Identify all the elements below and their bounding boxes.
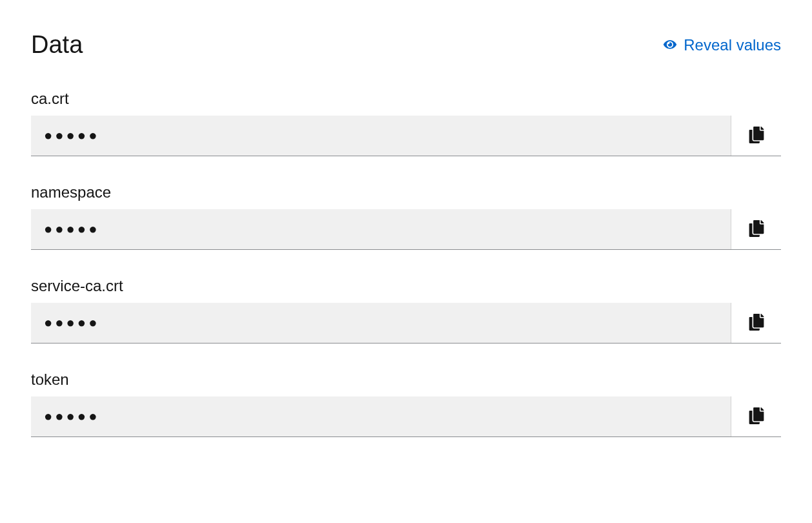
copy-icon: [748, 314, 765, 333]
copy-button[interactable]: [731, 209, 781, 249]
field-value: ●●●●●: [31, 303, 731, 343]
field-ca-crt: ca.crt ●●●●●: [31, 90, 781, 156]
field-row: ●●●●●: [31, 303, 781, 344]
field-row: ●●●●●: [31, 116, 781, 156]
field-value: ●●●●●: [31, 116, 731, 156]
field-row: ●●●●●: [31, 209, 781, 250]
eye-icon: [662, 36, 678, 54]
copy-button[interactable]: [731, 396, 781, 436]
field-label: ca.crt: [31, 90, 781, 108]
field-value: ●●●●●: [31, 209, 731, 249]
copy-icon: [748, 127, 765, 145]
field-token: token ●●●●●: [31, 371, 781, 437]
copy-button[interactable]: [731, 303, 781, 343]
copy-icon: [748, 220, 765, 239]
reveal-values-link[interactable]: Reveal values: [662, 36, 781, 54]
section-header: Data Reveal values: [31, 31, 781, 59]
field-label: namespace: [31, 183, 781, 201]
copy-icon: [748, 407, 765, 426]
reveal-values-label: Reveal values: [684, 36, 781, 54]
field-namespace: namespace ●●●●●: [31, 183, 781, 250]
field-label: token: [31, 371, 781, 389]
section-title: Data: [31, 31, 83, 59]
field-row: ●●●●●: [31, 396, 781, 437]
field-value: ●●●●●: [31, 396, 731, 436]
field-label: service-ca.crt: [31, 277, 781, 295]
field-service-ca-crt: service-ca.crt ●●●●●: [31, 277, 781, 344]
copy-button[interactable]: [731, 116, 781, 156]
